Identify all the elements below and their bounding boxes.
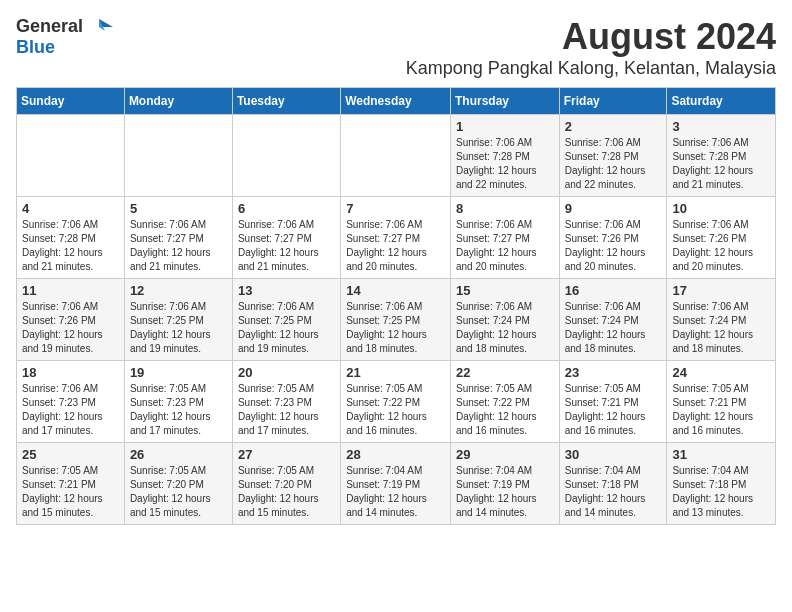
day-cell: 28Sunrise: 7:04 AM Sunset: 7:19 PM Dayli… bbox=[341, 443, 451, 525]
title-block: August 2024 Kampong Pangkal Kalong, Kela… bbox=[406, 16, 776, 79]
day-cell: 8Sunrise: 7:06 AM Sunset: 7:27 PM Daylig… bbox=[450, 197, 559, 279]
day-info: Sunrise: 7:06 AM Sunset: 7:27 PM Dayligh… bbox=[238, 218, 335, 274]
logo-blue-text: Blue bbox=[16, 37, 55, 57]
day-cell: 3Sunrise: 7:06 AM Sunset: 7:28 PM Daylig… bbox=[667, 115, 776, 197]
week-row-3: 11Sunrise: 7:06 AM Sunset: 7:26 PM Dayli… bbox=[17, 279, 776, 361]
week-row-1: 1Sunrise: 7:06 AM Sunset: 7:28 PM Daylig… bbox=[17, 115, 776, 197]
header-cell-tuesday: Tuesday bbox=[232, 88, 340, 115]
day-number: 12 bbox=[130, 283, 227, 298]
day-info: Sunrise: 7:06 AM Sunset: 7:24 PM Dayligh… bbox=[672, 300, 770, 356]
day-number: 23 bbox=[565, 365, 662, 380]
day-info: Sunrise: 7:06 AM Sunset: 7:27 PM Dayligh… bbox=[130, 218, 227, 274]
day-cell: 20Sunrise: 7:05 AM Sunset: 7:23 PM Dayli… bbox=[232, 361, 340, 443]
day-cell: 4Sunrise: 7:06 AM Sunset: 7:28 PM Daylig… bbox=[17, 197, 125, 279]
day-cell: 15Sunrise: 7:06 AM Sunset: 7:24 PM Dayli… bbox=[450, 279, 559, 361]
day-info: Sunrise: 7:05 AM Sunset: 7:21 PM Dayligh… bbox=[672, 382, 770, 438]
day-cell bbox=[124, 115, 232, 197]
day-number: 26 bbox=[130, 447, 227, 462]
day-cell: 17Sunrise: 7:06 AM Sunset: 7:24 PM Dayli… bbox=[667, 279, 776, 361]
day-cell: 19Sunrise: 7:05 AM Sunset: 7:23 PM Dayli… bbox=[124, 361, 232, 443]
day-number: 5 bbox=[130, 201, 227, 216]
logo: General Blue bbox=[16, 16, 113, 58]
day-cell: 27Sunrise: 7:05 AM Sunset: 7:20 PM Dayli… bbox=[232, 443, 340, 525]
day-number: 18 bbox=[22, 365, 119, 380]
month-title: August 2024 bbox=[406, 16, 776, 58]
day-number: 24 bbox=[672, 365, 770, 380]
day-number: 2 bbox=[565, 119, 662, 134]
day-info: Sunrise: 7:04 AM Sunset: 7:19 PM Dayligh… bbox=[346, 464, 445, 520]
day-info: Sunrise: 7:06 AM Sunset: 7:27 PM Dayligh… bbox=[456, 218, 554, 274]
day-info: Sunrise: 7:05 AM Sunset: 7:21 PM Dayligh… bbox=[565, 382, 662, 438]
header-cell-monday: Monday bbox=[124, 88, 232, 115]
header-cell-saturday: Saturday bbox=[667, 88, 776, 115]
day-number: 29 bbox=[456, 447, 554, 462]
day-cell: 6Sunrise: 7:06 AM Sunset: 7:27 PM Daylig… bbox=[232, 197, 340, 279]
day-info: Sunrise: 7:06 AM Sunset: 7:28 PM Dayligh… bbox=[565, 136, 662, 192]
day-info: Sunrise: 7:06 AM Sunset: 7:28 PM Dayligh… bbox=[22, 218, 119, 274]
day-cell: 31Sunrise: 7:04 AM Sunset: 7:18 PM Dayli… bbox=[667, 443, 776, 525]
page-header: General Blue August 2024 Kampong Pangkal… bbox=[16, 16, 776, 79]
location-title: Kampong Pangkal Kalong, Kelantan, Malays… bbox=[406, 58, 776, 79]
day-info: Sunrise: 7:04 AM Sunset: 7:19 PM Dayligh… bbox=[456, 464, 554, 520]
logo-bird-icon bbox=[85, 17, 113, 37]
day-info: Sunrise: 7:06 AM Sunset: 7:28 PM Dayligh… bbox=[672, 136, 770, 192]
day-number: 6 bbox=[238, 201, 335, 216]
day-number: 8 bbox=[456, 201, 554, 216]
day-info: Sunrise: 7:05 AM Sunset: 7:23 PM Dayligh… bbox=[238, 382, 335, 438]
day-number: 9 bbox=[565, 201, 662, 216]
day-info: Sunrise: 7:06 AM Sunset: 7:24 PM Dayligh… bbox=[565, 300, 662, 356]
day-number: 3 bbox=[672, 119, 770, 134]
day-cell: 1Sunrise: 7:06 AM Sunset: 7:28 PM Daylig… bbox=[450, 115, 559, 197]
day-info: Sunrise: 7:06 AM Sunset: 7:25 PM Dayligh… bbox=[130, 300, 227, 356]
day-cell: 7Sunrise: 7:06 AM Sunset: 7:27 PM Daylig… bbox=[341, 197, 451, 279]
day-cell: 11Sunrise: 7:06 AM Sunset: 7:26 PM Dayli… bbox=[17, 279, 125, 361]
day-cell: 9Sunrise: 7:06 AM Sunset: 7:26 PM Daylig… bbox=[559, 197, 667, 279]
day-number: 7 bbox=[346, 201, 445, 216]
day-info: Sunrise: 7:06 AM Sunset: 7:26 PM Dayligh… bbox=[672, 218, 770, 274]
day-info: Sunrise: 7:05 AM Sunset: 7:22 PM Dayligh… bbox=[346, 382, 445, 438]
day-number: 22 bbox=[456, 365, 554, 380]
day-number: 27 bbox=[238, 447, 335, 462]
day-info: Sunrise: 7:06 AM Sunset: 7:23 PM Dayligh… bbox=[22, 382, 119, 438]
logo-general-text: General bbox=[16, 16, 83, 37]
day-number: 25 bbox=[22, 447, 119, 462]
day-cell: 5Sunrise: 7:06 AM Sunset: 7:27 PM Daylig… bbox=[124, 197, 232, 279]
day-info: Sunrise: 7:06 AM Sunset: 7:25 PM Dayligh… bbox=[238, 300, 335, 356]
day-info: Sunrise: 7:06 AM Sunset: 7:26 PM Dayligh… bbox=[22, 300, 119, 356]
header-row: SundayMondayTuesdayWednesdayThursdayFrid… bbox=[17, 88, 776, 115]
day-number: 1 bbox=[456, 119, 554, 134]
day-cell: 13Sunrise: 7:06 AM Sunset: 7:25 PM Dayli… bbox=[232, 279, 340, 361]
day-cell bbox=[232, 115, 340, 197]
header-cell-thursday: Thursday bbox=[450, 88, 559, 115]
day-cell: 29Sunrise: 7:04 AM Sunset: 7:19 PM Dayli… bbox=[450, 443, 559, 525]
day-info: Sunrise: 7:04 AM Sunset: 7:18 PM Dayligh… bbox=[672, 464, 770, 520]
header-cell-friday: Friday bbox=[559, 88, 667, 115]
day-info: Sunrise: 7:04 AM Sunset: 7:18 PM Dayligh… bbox=[565, 464, 662, 520]
day-cell: 14Sunrise: 7:06 AM Sunset: 7:25 PM Dayli… bbox=[341, 279, 451, 361]
day-number: 11 bbox=[22, 283, 119, 298]
day-number: 16 bbox=[565, 283, 662, 298]
day-info: Sunrise: 7:06 AM Sunset: 7:27 PM Dayligh… bbox=[346, 218, 445, 274]
day-cell: 10Sunrise: 7:06 AM Sunset: 7:26 PM Dayli… bbox=[667, 197, 776, 279]
day-cell: 22Sunrise: 7:05 AM Sunset: 7:22 PM Dayli… bbox=[450, 361, 559, 443]
day-number: 14 bbox=[346, 283, 445, 298]
header-cell-wednesday: Wednesday bbox=[341, 88, 451, 115]
day-cell: 30Sunrise: 7:04 AM Sunset: 7:18 PM Dayli… bbox=[559, 443, 667, 525]
day-cell: 24Sunrise: 7:05 AM Sunset: 7:21 PM Dayli… bbox=[667, 361, 776, 443]
day-number: 4 bbox=[22, 201, 119, 216]
day-info: Sunrise: 7:06 AM Sunset: 7:24 PM Dayligh… bbox=[456, 300, 554, 356]
header-cell-sunday: Sunday bbox=[17, 88, 125, 115]
day-cell: 16Sunrise: 7:06 AM Sunset: 7:24 PM Dayli… bbox=[559, 279, 667, 361]
day-cell: 25Sunrise: 7:05 AM Sunset: 7:21 PM Dayli… bbox=[17, 443, 125, 525]
day-info: Sunrise: 7:06 AM Sunset: 7:25 PM Dayligh… bbox=[346, 300, 445, 356]
day-info: Sunrise: 7:05 AM Sunset: 7:23 PM Dayligh… bbox=[130, 382, 227, 438]
day-number: 19 bbox=[130, 365, 227, 380]
day-number: 13 bbox=[238, 283, 335, 298]
day-cell: 18Sunrise: 7:06 AM Sunset: 7:23 PM Dayli… bbox=[17, 361, 125, 443]
day-number: 15 bbox=[456, 283, 554, 298]
week-row-2: 4Sunrise: 7:06 AM Sunset: 7:28 PM Daylig… bbox=[17, 197, 776, 279]
day-cell bbox=[17, 115, 125, 197]
day-info: Sunrise: 7:05 AM Sunset: 7:22 PM Dayligh… bbox=[456, 382, 554, 438]
week-row-4: 18Sunrise: 7:06 AM Sunset: 7:23 PM Dayli… bbox=[17, 361, 776, 443]
day-cell: 23Sunrise: 7:05 AM Sunset: 7:21 PM Dayli… bbox=[559, 361, 667, 443]
